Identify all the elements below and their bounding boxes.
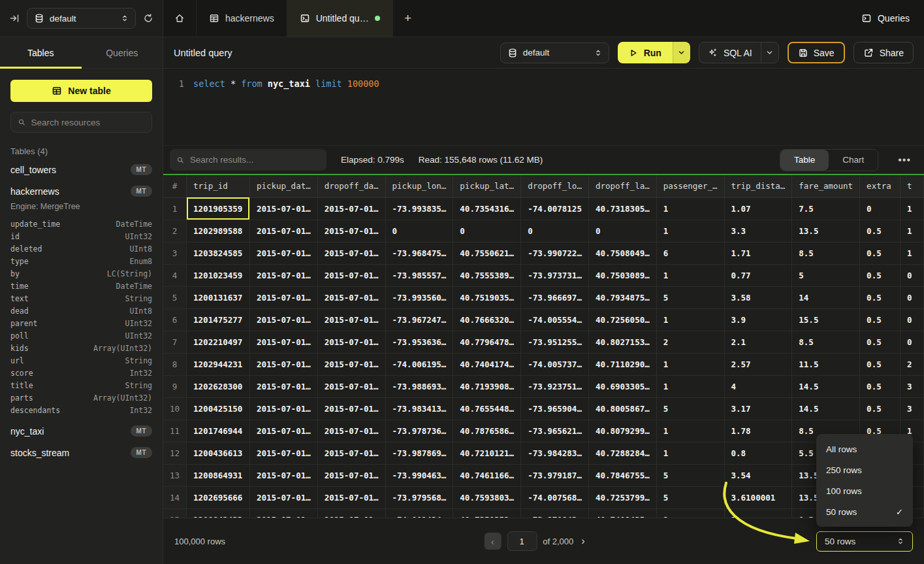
table-cell[interactable]: 3 bbox=[900, 397, 924, 420]
new-tab-button[interactable]: + bbox=[393, 0, 423, 37]
table-cell[interactable]: 40.7934875… bbox=[588, 286, 656, 308]
table-cell[interactable]: 5 bbox=[656, 397, 724, 420]
tab-untitled-query[interactable]: Untitled qu… bbox=[287, 0, 393, 37]
table-cell[interactable]: -73.993835… bbox=[385, 197, 453, 220]
table-cell[interactable]: -73.973731… bbox=[521, 264, 589, 286]
row-number[interactable]: 9 bbox=[163, 375, 187, 397]
sidebar-item-stocks-stream[interactable]: stocks_stream MT bbox=[0, 442, 163, 463]
table-cell[interactable]: 40.7555389… bbox=[453, 264, 521, 286]
table-cell[interactable]: 1 bbox=[656, 442, 724, 464]
table-cell[interactable]: 14.5 bbox=[792, 397, 860, 420]
table-cell[interactable]: 40.7404174… bbox=[453, 353, 521, 375]
sql-ai-options-button[interactable] bbox=[761, 42, 778, 63]
row-number[interactable]: 12 bbox=[163, 442, 187, 464]
search-results-input[interactable] bbox=[190, 155, 320, 165]
column-header[interactable]: pickup_lon… bbox=[385, 175, 453, 197]
row-number[interactable]: 6 bbox=[163, 308, 187, 331]
table-cell[interactable]: 1202944231 bbox=[187, 353, 250, 375]
table-cell[interactable]: 40.8005867… bbox=[588, 397, 656, 420]
table-cell[interactable]: 2015-07-01… bbox=[317, 420, 385, 442]
table-cell[interactable]: 40.7256050… bbox=[588, 308, 656, 331]
row-number[interactable]: 14 bbox=[163, 486, 187, 508]
column-header[interactable]: dropoff_lo… bbox=[521, 175, 589, 197]
table-cell[interactable]: 40.7666320… bbox=[453, 308, 521, 331]
table-cell[interactable]: 40.7408435 bbox=[588, 508, 656, 518]
table-cell[interactable]: -73.990722… bbox=[521, 242, 589, 264]
table-cell[interactable]: 2015-07-01… bbox=[317, 308, 385, 331]
table-cell[interactable]: 1 bbox=[900, 197, 924, 220]
table-cell[interactable]: 2015-07-01… bbox=[317, 508, 385, 518]
table-cell[interactable]: 1.78 bbox=[724, 420, 792, 442]
table-cell[interactable]: 40.7110290… bbox=[588, 353, 656, 375]
table-cell[interactable]: 13.5 bbox=[792, 220, 860, 242]
sidebar-tab-tables[interactable]: Tables bbox=[0, 37, 82, 68]
table-cell[interactable]: 40.7350352 bbox=[453, 508, 521, 518]
table-cell[interactable]: 40.7846755… bbox=[588, 464, 656, 486]
table-cell[interactable]: 2015-07-01… bbox=[249, 442, 317, 464]
row-number[interactable]: 3 bbox=[163, 242, 187, 264]
search-resources-input[interactable] bbox=[31, 118, 145, 127]
table-cell[interactable]: 0 bbox=[900, 331, 924, 353]
table-cell[interactable]: 0 bbox=[385, 220, 453, 242]
more-options-button[interactable]: ••• bbox=[893, 154, 916, 166]
run-options-button[interactable] bbox=[673, 42, 690, 63]
page-size-select[interactable]: 50 rows bbox=[816, 531, 913, 552]
sidebar-collapse-button[interactable] bbox=[9, 13, 20, 24]
table-cell[interactable]: 2015-07-01… bbox=[317, 220, 385, 242]
table-cell[interactable]: -73.966697… bbox=[521, 286, 589, 308]
table-cell[interactable]: 2 bbox=[656, 508, 724, 518]
tab-home[interactable] bbox=[163, 0, 197, 37]
table-cell[interactable]: 1202210497 bbox=[187, 331, 250, 353]
page-size-option[interactable]: 250 rows bbox=[816, 459, 913, 480]
table-cell[interactable]: 0 bbox=[860, 197, 900, 220]
table-cell[interactable]: 1200425150 bbox=[187, 397, 250, 420]
table-cell[interactable]: 11.5 bbox=[792, 353, 860, 375]
table-cell[interactable]: -73.987869… bbox=[385, 442, 453, 464]
table-cell[interactable]: 2 bbox=[656, 331, 724, 353]
table-cell[interactable]: 1 bbox=[900, 242, 924, 264]
column-header[interactable]: passenger_… bbox=[656, 175, 724, 197]
table-cell[interactable]: 5 bbox=[656, 486, 724, 508]
new-table-button[interactable]: New table bbox=[10, 80, 152, 102]
table-cell[interactable]: 5 bbox=[656, 286, 724, 308]
table-cell[interactable]: 40.7354316… bbox=[453, 197, 521, 220]
table-cell[interactable]: 1 bbox=[656, 375, 724, 397]
table-cell[interactable]: 2015-07-01… bbox=[249, 464, 317, 486]
table-cell[interactable]: 0.5 bbox=[860, 331, 900, 353]
table-cell[interactable]: 40.7876586… bbox=[453, 420, 521, 442]
table-cell[interactable]: 1.07 bbox=[724, 197, 792, 220]
page-size-option[interactable]: 100 rows bbox=[816, 480, 913, 501]
table-cell[interactable]: 1 bbox=[900, 220, 924, 242]
table-cell[interactable]: -73.965904… bbox=[521, 397, 589, 420]
table-cell[interactable]: -73.990463… bbox=[385, 464, 453, 486]
table-cell[interactable]: 1202695666 bbox=[187, 486, 250, 508]
table-cell[interactable]: 7.5 bbox=[792, 197, 860, 220]
sql-ai-button[interactable]: SQL AI bbox=[699, 42, 761, 63]
prev-page-button[interactable]: ‹ bbox=[484, 533, 501, 550]
table-cell[interactable]: -73.985557… bbox=[385, 264, 453, 286]
row-number[interactable]: 7 bbox=[163, 331, 187, 353]
tab-hackernews[interactable]: hackernews bbox=[197, 0, 287, 37]
table-cell[interactable]: 1201475277 bbox=[187, 308, 250, 331]
row-number[interactable]: 4 bbox=[163, 264, 187, 286]
table-cell[interactable]: 2015-07-01… bbox=[249, 220, 317, 242]
table-cell[interactable]: 0 bbox=[521, 220, 589, 242]
row-number[interactable]: 5 bbox=[163, 286, 187, 308]
table-cell[interactable]: 1201023459 bbox=[187, 264, 250, 286]
table-cell[interactable]: 40.7318305… bbox=[588, 197, 656, 220]
table-cell[interactable]: 14 bbox=[792, 286, 860, 308]
sidebar-item-cell-towers[interactable]: cell_towers MT bbox=[0, 159, 163, 180]
queries-button[interactable]: Queries bbox=[847, 0, 924, 37]
table-cell[interactable]: 14.5 bbox=[792, 375, 860, 397]
next-page-button[interactable]: › bbox=[579, 535, 586, 547]
table-cell[interactable]: 3.17 bbox=[724, 397, 792, 420]
table-cell[interactable]: -73.988693… bbox=[385, 375, 453, 397]
table-cell[interactable]: 0.5 bbox=[860, 353, 900, 375]
table-cell[interactable]: 1200864931 bbox=[187, 464, 250, 486]
table-cell[interactable]: 40.7550621… bbox=[453, 242, 521, 264]
table-cell[interactable]: 2015-07-01… bbox=[249, 375, 317, 397]
sql-editor[interactable]: 1 select * from nyc_taxi limit 100000 bbox=[163, 69, 924, 145]
table-cell[interactable]: 2015-07-01… bbox=[249, 197, 317, 220]
table-cell[interactable]: -73.979568… bbox=[385, 486, 453, 508]
table-cell[interactable]: 1201746944 bbox=[187, 420, 250, 442]
